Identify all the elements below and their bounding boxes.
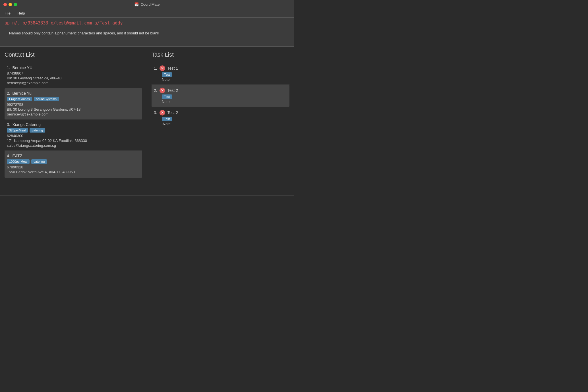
tag: Test [162,117,172,121]
error-box: Names should only contain alphanumeric c… [5,27,289,44]
task-number: 3. [154,110,157,115]
contact-email: sales@xiangscatering.com.sg [7,143,140,148]
contact-tags: 1000perMeal catering [7,159,140,164]
task-note: Note [162,77,287,82]
x-icon[interactable]: ✕ [160,65,165,71]
task-header: 2. ✕ Test 2 [154,88,287,93]
contact-item[interactable]: 3. Xiangs Catering 378perMeal catering 6… [5,119,142,151]
contact-phone: 67890328 [7,165,140,169]
minimize-button[interactable] [9,3,12,6]
contact-item[interactable]: 1. Bernice YU 87438807 Blk 30 Geylang St… [5,63,142,88]
contact-address: Blk 30 Geylang Street 29, #06-40 [7,76,140,80]
maximize-button[interactable] [14,3,17,6]
main-content: Contact List 1. Bernice YU 87438807 Blk … [0,47,294,195]
contact-name: 4. EATZ [7,154,140,158]
contact-address: Blk 30 Lorong 3 Serangoon Gardens, #07-1… [7,107,140,112]
contact-name: 3. Xiangs Catering [7,122,140,127]
tag: EragonSounds [7,97,32,101]
task-tags: Test [162,72,287,77]
task-header: 1. ✕ Test 1 [154,65,287,71]
task-name: Test 2 [167,110,178,115]
x-icon[interactable]: ✕ [160,110,165,115]
task-name: Test 2 [167,88,178,93]
task-list-panel[interactable]: Task List 1. ✕ Test 1 Test Note 2. ✕ Tes… [147,47,294,195]
task-item[interactable]: 2. ✕ Test 2 Test Note [152,85,289,107]
command-area: Names should only contain alphanumeric c… [0,18,294,47]
task-tags: Test [162,94,287,99]
contact-item[interactable]: 4. EATZ 1000perMeal catering 67890328 15… [5,151,142,178]
tag: catering [30,128,45,133]
contact-tags: EragonSounds soundSystems [7,97,140,101]
contact-email: berniceyu@example.com [7,81,140,85]
task-number: 1. [154,66,157,71]
task-tags: Test [162,117,287,121]
task-item[interactable]: 3. ✕ Test 2 Test .Note [152,107,289,129]
titlebar: 📅 CoordiMate [0,0,294,9]
contact-phone: 87438807 [7,71,140,75]
contact-email: berniceyu@example.com [7,112,140,116]
x-icon[interactable]: ✕ [160,88,165,93]
app-title: 📅 CoordiMate [134,2,160,7]
tag: Test [162,94,172,99]
contact-phone: 99272758 [7,102,140,107]
close-button[interactable] [3,3,7,6]
contact-address: 171 Kampong Ampat 02-02 KA Foodlink, 368… [7,139,140,143]
help-menu[interactable]: Help [16,11,26,16]
tag: catering [31,159,47,164]
task-name: Test 1 [167,66,178,71]
calendar-icon: 📅 [134,2,139,7]
contact-item[interactable]: 2. Bernice Yu EragonSounds soundSystems … [5,88,142,119]
contact-name: 2. Bernice Yu [7,91,140,96]
task-header: 3. ✕ Test 2 [154,110,287,115]
contact-phone: 62840300 [7,134,140,138]
task-item[interactable]: 1. ✕ Test 1 Test Note [152,63,289,85]
task-list-title: Task List [152,51,289,58]
task-note: .Note [162,122,287,126]
contact-list-title: Contact List [5,51,142,58]
contact-list-panel[interactable]: Contact List 1. Bernice YU 87438807 Blk … [0,47,147,195]
file-menu[interactable]: File [3,11,12,16]
menubar: File Help [0,9,294,18]
tag: 378perMeal [7,128,28,133]
traffic-lights [3,3,17,6]
tag: Test [162,72,172,77]
status-bar: /data/addressbook.json [0,195,294,196]
contact-address: 1550 Bedok North Ave 4, #04-17, 489950 [7,170,140,174]
task-note: Note [162,100,287,104]
task-number: 2. [154,88,157,93]
contact-name: 1. Bernice YU [7,65,140,70]
command-input[interactable] [5,20,289,26]
error-message: Names should only contain alphanumeric c… [9,31,159,35]
tag: 1000perMeal [7,159,30,164]
contact-tags: 378perMeal catering [7,128,140,133]
tag: soundSystems [34,97,59,101]
